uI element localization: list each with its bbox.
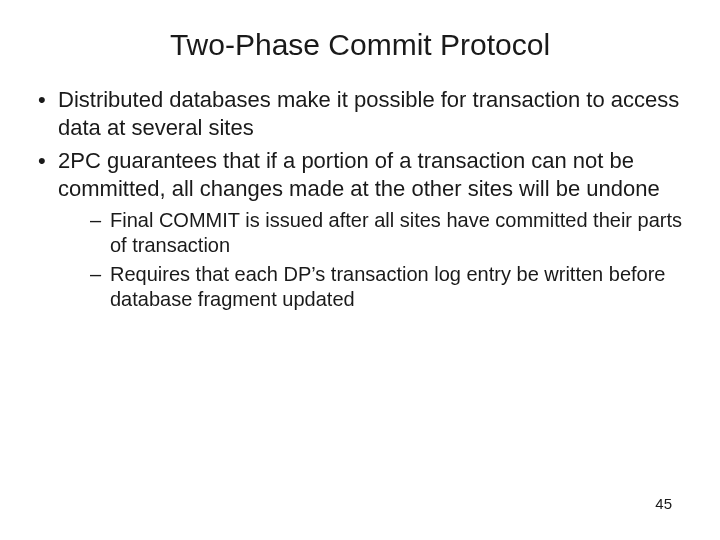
page-title: Two-Phase Commit Protocol [30, 28, 690, 62]
bullet-text: Distributed databases make it possible f… [58, 87, 679, 140]
list-item: Distributed databases make it possible f… [30, 86, 690, 141]
page-number: 45 [655, 495, 672, 512]
bullet-list: Distributed databases make it possible f… [30, 86, 690, 312]
slide: Two-Phase Commit Protocol Distributed da… [0, 0, 720, 540]
sub-bullet-text: Final COMMIT is issued after all sites h… [110, 209, 682, 256]
list-item: Final COMMIT is issued after all sites h… [86, 208, 690, 258]
sub-bullet-list: Final COMMIT is issued after all sites h… [86, 208, 690, 312]
list-item: 2PC guarantees that if a portion of a tr… [30, 147, 690, 312]
sub-bullet-text: Requires that each DP’s transaction log … [110, 263, 666, 310]
list-item: Requires that each DP’s transaction log … [86, 262, 690, 312]
bullet-text: 2PC guarantees that if a portion of a tr… [58, 148, 660, 201]
